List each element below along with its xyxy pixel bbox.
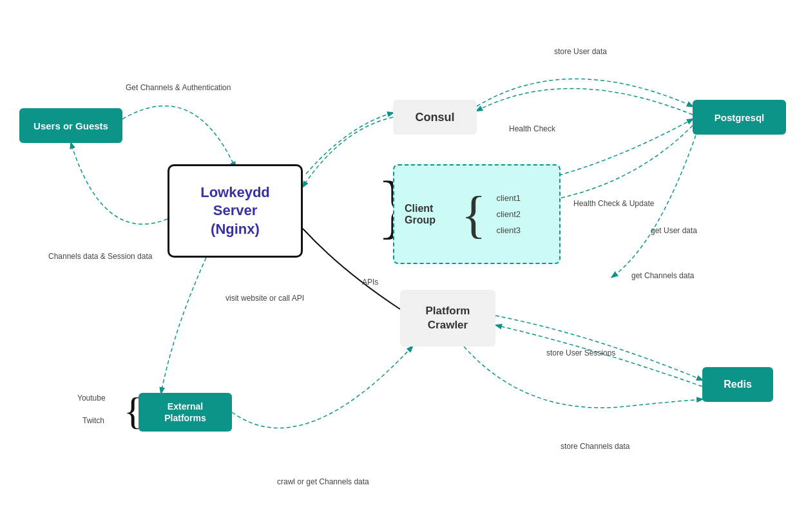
node-users-guests: Users or Guests	[19, 108, 122, 143]
label-apis: APIs	[362, 277, 378, 288]
label-store-user-data: store User data	[554, 46, 607, 57]
client-item-3: client3	[496, 225, 521, 235]
label-get-channels-auth: Get Channels & Authentication	[126, 82, 231, 93]
label-health-check-update: Health Check & Update	[573, 198, 654, 209]
node-client-group: Client Group { client1 client2 client3	[393, 164, 561, 264]
client-list: client1 client2 client3	[496, 193, 521, 235]
node-consul: Consul	[393, 100, 477, 135]
client-item-2: client2	[496, 209, 521, 219]
label-get-user-data: get User data	[651, 225, 697, 236]
label-store-channels-data: store Channels data	[561, 441, 629, 452]
brace-right-client: {	[461, 189, 486, 240]
label-health-check-consul: Health Check	[509, 124, 555, 135]
label-visit-website: visit website or call API	[225, 293, 304, 304]
label-youtube: Youtube	[77, 393, 106, 404]
label-channels-session: Channels data & Session data	[48, 251, 152, 262]
label-crawl-get-channels: crawl or get Channels data	[277, 477, 369, 488]
diagram-arrows	[0, 0, 806, 532]
architecture-diagram: Get Channels & Authentication Channels d…	[0, 0, 806, 532]
node-redis: Redis	[702, 367, 773, 402]
label-store-user-sessions: store User Sessions	[546, 348, 615, 359]
client-item-1: client1	[496, 193, 521, 203]
node-postgresql: Postgresql	[693, 100, 786, 135]
node-platform-crawler: Platform Crawler	[400, 290, 495, 347]
node-external-platforms: External Platforms	[139, 393, 232, 432]
label-get-channels-data: get Channels data	[631, 271, 694, 281]
node-server: Lowkeydd Server (Nginx)	[168, 164, 303, 258]
label-twitch: Twitch	[82, 415, 104, 426]
